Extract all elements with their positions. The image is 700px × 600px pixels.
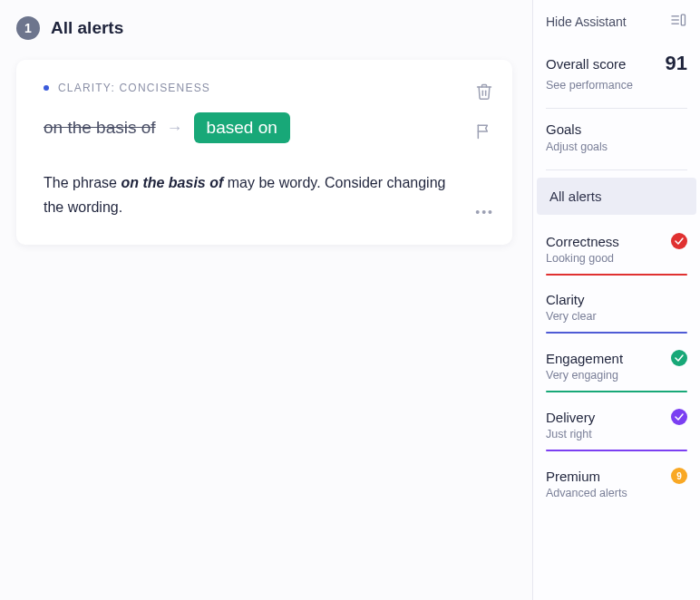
goals-label: Goals (546, 121, 687, 137)
svg-rect-3 (681, 15, 685, 25)
metric-bar (546, 274, 687, 276)
page-header: 1 All alerts (16, 16, 512, 40)
main-panel: 1 All alerts CLARITY: CONCISENESS on the… (0, 0, 532, 600)
replacement-button[interactable]: based on (194, 112, 290, 143)
metric-name: Engagement (546, 351, 623, 366)
alert-count-badge: 1 (16, 16, 40, 40)
overall-score-value: 91 (666, 52, 687, 75)
metric-sub: Advanced alerts (546, 487, 687, 499)
arrow-icon: → (167, 119, 183, 138)
adjust-goals-link[interactable]: Adjust goals (546, 140, 687, 153)
explanation-prefix: The phrase (44, 175, 121, 190)
see-performance-link[interactable]: See performance (546, 79, 687, 92)
divider (546, 108, 687, 109)
trash-icon[interactable] (474, 82, 494, 102)
panel-collapse-icon (669, 13, 687, 30)
metric-sub: Very engaging (546, 369, 687, 382)
explanation-text: The phrase on the basis of may be wordy.… (44, 170, 449, 219)
divider (546, 169, 687, 170)
metric-name: Clarity (546, 292, 585, 307)
check-icon (671, 350, 687, 366)
alert-card[interactable]: CLARITY: CONCISENESS on the basis of → b… (16, 60, 512, 245)
metric-bar (546, 391, 687, 392)
metric-name: Delivery (546, 410, 595, 425)
sidebar-item-clarity[interactable]: Clarity Very clear (533, 281, 700, 339)
overall-score-label: Overall score (546, 56, 626, 72)
sidebar-item-correctness[interactable]: Correctness Looking good (533, 222, 700, 281)
metric-bar (546, 450, 687, 451)
sidebar-item-premium[interactable]: Premium 9 Advanced alerts (533, 457, 700, 505)
overall-score-block[interactable]: Overall score 91 See performance (533, 39, 700, 104)
sidebar-item-delivery[interactable]: Delivery Just right (533, 398, 700, 457)
card-category: CLARITY: CONCISENESS (58, 82, 210, 94)
bullet-icon (44, 85, 49, 91)
premium-count-badge: 9 (671, 468, 687, 484)
hide-assistant-button[interactable]: Hide Assistant (533, 0, 700, 39)
hide-assistant-label: Hide Assistant (546, 15, 627, 29)
suggestion-row: on the basis of → based on (44, 112, 449, 143)
goals-block[interactable]: Goals Adjust goals (533, 112, 700, 166)
metric-sub: Just right (546, 428, 687, 440)
card-category-row: CLARITY: CONCISENESS (44, 82, 449, 94)
check-icon (671, 233, 687, 249)
flag-icon[interactable] (474, 121, 494, 141)
metric-name: Premium (546, 469, 600, 484)
page-title: All alerts (51, 18, 123, 38)
sidebar: Hide Assistant Overall score 91 See perf… (532, 0, 700, 600)
explanation-bold: on the basis of (121, 175, 223, 190)
card-actions (474, 82, 494, 141)
metric-sub: Very clear (546, 310, 687, 323)
metric-sub: Looking good (546, 252, 687, 265)
metric-bar (546, 332, 687, 334)
more-icon[interactable]: ••• (475, 205, 494, 219)
sidebar-item-all-alerts[interactable]: All alerts (537, 178, 696, 215)
sidebar-item-engagement[interactable]: Engagement Very engaging (533, 339, 700, 398)
check-icon (671, 409, 687, 425)
original-text: on the basis of (44, 118, 156, 138)
metric-name: Correctness (546, 234, 619, 249)
